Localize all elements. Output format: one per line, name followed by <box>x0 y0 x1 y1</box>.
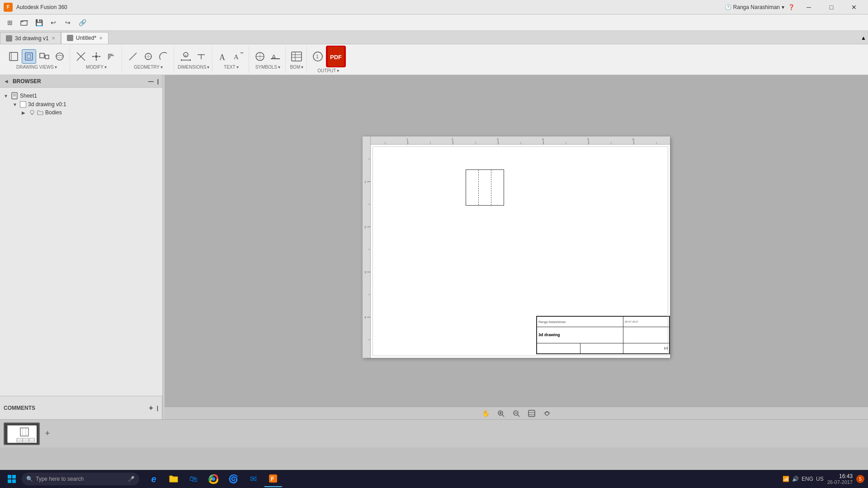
geometry-label[interactable]: GEOMETRY ▾ <box>134 65 163 70</box>
title-block: Ranga Narashiman 26-07-2017 3d drawing <box>536 316 670 354</box>
search-placeholder: Type here to search <box>36 476 84 482</box>
taskbar-search[interactable]: 🔍 Type here to search 🎤 <box>22 473 139 485</box>
svg-text:1: 1 <box>364 180 366 183</box>
help-button[interactable]: ❓ <box>788 4 795 10</box>
taskbar-mail[interactable]: ✉ <box>244 471 262 487</box>
dimension-tool[interactable]: ⊕ <box>179 49 193 64</box>
line-tool[interactable] <box>126 49 140 64</box>
light-bulb-icon <box>29 109 35 116</box>
drawing-checkbox[interactable] <box>20 101 26 108</box>
svg-line-12 <box>129 53 137 60</box>
zoom-out-button[interactable] <box>510 408 522 418</box>
open-button[interactable] <box>18 16 31 29</box>
browser-side-handle[interactable]: | <box>157 78 159 84</box>
sheet-thumbnail-1 <box>7 425 36 442</box>
notification-badge[interactable]: 5 <box>856 475 864 483</box>
symbols-tool[interactable] <box>253 49 267 64</box>
drawing-view[interactable] <box>466 169 504 206</box>
link-button[interactable]: 🔗 <box>76 16 89 29</box>
svg-rect-98 <box>12 475 16 479</box>
collapse-browser-button[interactable]: ◄ <box>4 78 9 84</box>
user-name: Ranga Narashiman <box>733 4 780 10</box>
text2-tool[interactable]: A <box>231 49 246 64</box>
taskbar-store[interactable]: 🛍 <box>184 471 203 487</box>
taskbar-chrome[interactable] <box>204 471 222 487</box>
canvas-area: 1 2 3 4 5 6 <box>165 75 868 419</box>
tab-untitled[interactable]: Untitled* ✕ <box>61 32 108 44</box>
taskbar-explorer[interactable] <box>165 471 183 487</box>
sheet-tab-1[interactable] <box>4 422 40 445</box>
tab-close-2[interactable]: ✕ <box>99 36 103 41</box>
text-label[interactable]: TEXT ▾ <box>224 65 239 70</box>
dimensions-label[interactable]: DIMENSIONS ▾ <box>178 65 209 70</box>
symbols-label[interactable]: SYMBOLS ▾ <box>255 65 280 70</box>
save-button[interactable]: 💾 <box>33 16 45 29</box>
taskbar: 🔍 Type here to search 🎤 e 🛍 🌀 ✉ F 📶 🔊 EN… <box>0 470 868 488</box>
projected-view-tool[interactable] <box>37 49 52 64</box>
user-area[interactable]: 🕐 Ranga Narashiman ▾ <box>725 4 784 10</box>
taskbar-fusion360[interactable]: F <box>264 471 282 487</box>
toolbar-group-text: A A TEXT ▾ <box>213 46 249 73</box>
system-clock[interactable]: 16:43 26-07-2017 <box>827 473 853 485</box>
zoom-in-button[interactable] <box>495 408 507 418</box>
pan-tool-button[interactable]: ✋ <box>480 408 491 418</box>
tab-3d-drawing-v1[interactable]: 3d drawing v1 ✕ <box>0 32 61 44</box>
comments-panel: COMMENTS + | <box>0 396 162 419</box>
add-comment-button[interactable]: + <box>149 404 153 412</box>
taskbar-blender[interactable]: 🌀 <box>224 471 242 487</box>
taskbar-edge[interactable]: e <box>145 471 163 487</box>
tree-item-3d-drawing[interactable]: ▼ 3d drawing v0:1 <box>13 100 159 108</box>
number-tool[interactable]: 1 <box>311 49 325 64</box>
svg-rect-30 <box>271 58 280 59</box>
svg-text:1: 1 <box>406 138 408 141</box>
drawing-views-label[interactable]: DRAWING VIEWS ▾ <box>16 65 57 70</box>
taskbar-right: 📶 🔊 ENG US 16:43 26-07-2017 5 <box>783 473 864 485</box>
maximize-button[interactable]: □ <box>821 0 842 14</box>
tab-close-1[interactable]: ✕ <box>52 36 55 41</box>
microphone-icon: 🎤 <box>128 476 135 482</box>
browser-expand-button[interactable]: — <box>148 78 154 84</box>
circle-tool[interactable] <box>141 49 156 64</box>
network-icon[interactable]: 📶 <box>783 476 789 482</box>
output-label[interactable]: OUTPUT ▾ <box>317 68 339 73</box>
toolbar-group-geometry: GEOMETRY ▾ <box>123 46 174 73</box>
pdf-export-button[interactable]: PDF <box>326 46 346 67</box>
text-tool[interactable]: A <box>216 49 231 64</box>
sheet-tabs-bar: + <box>0 419 868 447</box>
symbols2-tool[interactable]: A <box>268 49 283 64</box>
drawing-chevron: ▼ <box>13 102 18 107</box>
orbit-tool[interactable] <box>52 49 67 64</box>
arc-tool[interactable] <box>156 49 171 64</box>
move-tool[interactable] <box>89 49 104 64</box>
trim-tool[interactable] <box>74 49 88 64</box>
svg-point-8 <box>56 53 63 60</box>
bom-tool[interactable] <box>289 49 304 64</box>
sheet-setup-tool[interactable] <box>6 49 21 64</box>
svg-text:4: 4 <box>364 316 366 319</box>
clock-time: 16:43 <box>827 473 853 479</box>
tree-item-sheet1[interactable]: ▼ Sheet1 <box>4 91 159 100</box>
document-tabs: 3d drawing v1 ✕ Untitled* ✕ ▲ <box>0 31 868 44</box>
taskbar-apps: e 🛍 🌀 ✉ F <box>145 471 282 487</box>
tree-item-bodies[interactable]: ▶ Bodies <box>22 108 159 117</box>
collapse-tabs-button[interactable]: ▲ <box>859 32 868 44</box>
minimize-button[interactable]: ─ <box>798 0 819 14</box>
display-settings-button[interactable] <box>526 408 538 418</box>
grid-menu-button[interactable]: ⊞ <box>4 16 16 29</box>
dimension2-tool[interactable] <box>194 49 208 64</box>
modify-label[interactable]: MODIFY ▾ <box>86 65 107 70</box>
redo-button[interactable]: ↪ <box>61 16 74 29</box>
view-options-button[interactable] <box>541 408 553 418</box>
comments-handle[interactable]: | <box>157 405 158 411</box>
windows-start-button[interactable] <box>4 471 20 487</box>
svg-rect-3 <box>25 53 33 60</box>
close-button[interactable]: ✕ <box>844 0 864 14</box>
bom-label[interactable]: BOM ▾ <box>290 65 303 70</box>
sidebar: ◄ BROWSER — | ▼ Sheet1 ▼ 3d drawing v0:1 <box>0 75 163 419</box>
undo-button[interactable]: ↩ <box>47 16 60 29</box>
offset-tool[interactable] <box>104 49 119 64</box>
base-view-tool[interactable] <box>22 49 36 64</box>
volume-icon[interactable]: 🔊 <box>792 476 799 482</box>
add-sheet-button[interactable]: + <box>42 428 53 440</box>
language-indicator: ENG <box>802 476 813 482</box>
